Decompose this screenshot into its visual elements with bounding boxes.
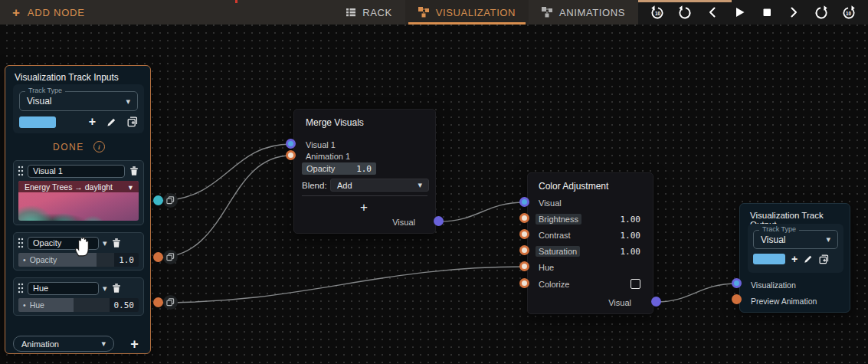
track-type-select[interactable]: Track Type Visual ▾ — [753, 230, 838, 249]
port-hue-output[interactable] — [153, 297, 163, 307]
playhead-marker — [235, 0, 237, 3]
merge-animation-1-input-port[interactable] — [286, 150, 296, 160]
color-swatch[interactable] — [753, 254, 785, 264]
track-type-label: Track Type — [25, 87, 65, 94]
duplicate-color-button[interactable] — [819, 254, 829, 264]
input-label-colorize: Colorize — [539, 280, 569, 289]
rotate-ccw-button[interactable] — [675, 2, 695, 22]
color-swatch[interactable] — [19, 116, 56, 128]
tab-visualization[interactable]: VISUALIZATION — [405, 0, 529, 25]
track-name-input[interactable]: Visual 1 — [28, 165, 125, 178]
visual-preset-select[interactable]: Energy Trees → daylight ▾ — [18, 181, 139, 192]
visual-preset-value: Energy Trees → daylight — [25, 182, 113, 192]
step-forward-button[interactable] — [784, 2, 804, 22]
wire-opacity-to-merge — [159, 156, 291, 257]
input-label-saturation: Saturation — [539, 247, 580, 256]
brightness-value[interactable]: 1.00 — [621, 215, 641, 225]
color-saturation-input-port[interactable] — [519, 245, 529, 255]
duplicate-connection-chip[interactable] — [163, 295, 178, 310]
drag-handle-icon[interactable] — [18, 283, 24, 293]
track-name-input[interactable]: Opacity — [28, 237, 99, 250]
track-name-input[interactable]: Hue — [28, 282, 99, 295]
chevron-down-icon[interactable]: ▾ — [103, 284, 107, 293]
info-icon[interactable]: i — [93, 141, 105, 152]
opacity-value-row[interactable]: Opacity 1.0 — [302, 162, 376, 175]
add-color-button[interactable]: + — [791, 254, 798, 264]
visual-preset-preview[interactable]: Energy Trees → daylight ▾ — [18, 181, 139, 221]
transport-controls: 10 10 — [638, 0, 868, 25]
color-contrast-input-port[interactable] — [519, 229, 529, 239]
blend-value: Add — [337, 181, 352, 190]
contrast-value[interactable]: 1.00 — [621, 231, 641, 241]
colorize-checkbox[interactable] — [631, 279, 640, 289]
node-graph-icon — [418, 7, 430, 18]
output-visualization-input-port[interactable] — [732, 278, 742, 288]
visualization-track-inputs-panel[interactable]: Visualization Track Inputs Track Type Vi… — [5, 65, 151, 354]
output-label-visual: Visual — [392, 218, 415, 227]
tab-rack-label: RACK — [362, 7, 392, 18]
step-back-button[interactable] — [703, 2, 722, 22]
track-type-section: Track Type Visual ▾ + — [13, 84, 144, 133]
duplicate-connection-chip[interactable] — [163, 250, 178, 264]
visualization-track-output-panel[interactable]: Visualization Track Output Track Type Vi… — [739, 203, 850, 313]
merge-visual-output-port[interactable] — [434, 216, 444, 226]
color-colorize-input-port[interactable] — [519, 278, 529, 288]
input-label-visualization: Visualization — [751, 280, 796, 290]
wire-hue-to-color — [159, 267, 525, 303]
output-preview-animation-input-port[interactable] — [732, 294, 742, 304]
rotate-cw-button[interactable] — [811, 2, 831, 22]
add-track-type-select[interactable]: Animation ▾ — [13, 336, 114, 352]
node-canvas[interactable]: Visualization Track Inputs Track Type Vi… — [0, 25, 868, 364]
pencil-icon — [804, 254, 813, 264]
add-track-type-value: Animation — [21, 339, 59, 349]
edit-color-button[interactable] — [804, 254, 813, 264]
done-button[interactable]: DONE — [53, 142, 84, 152]
tab-rack[interactable]: RACK — [332, 0, 405, 25]
toolbar: + ADD NODE RACK VISUALIZATION — [0, 0, 868, 25]
forward-10-button[interactable]: 10 — [838, 2, 858, 22]
track-type-select[interactable]: Track Type Visual ▾ — [19, 91, 138, 111]
drag-handle-icon[interactable] — [18, 166, 24, 176]
merge-visual-1-input-port[interactable] — [286, 139, 296, 149]
color-brightness-input-port[interactable] — [519, 213, 529, 223]
chevron-down-icon[interactable]: ▾ — [103, 238, 107, 248]
replay-10-button[interactable]: 10 — [648, 2, 668, 22]
input-label-hue: Hue — [539, 263, 554, 272]
play-button[interactable] — [729, 2, 749, 22]
color-visual-output-port[interactable] — [651, 297, 661, 307]
wire-visual1-to-merge — [159, 144, 291, 201]
param-value[interactable]: 1.0 — [114, 253, 139, 267]
drag-handle-icon[interactable] — [18, 238, 24, 248]
color-visual-input-port[interactable] — [519, 197, 529, 207]
node-graph-icon — [542, 7, 553, 18]
edit-color-button[interactable] — [106, 117, 116, 127]
tab-animations[interactable]: ANIMATIONS — [529, 0, 638, 25]
param-row-opacity[interactable]: • Opacity 1.0 — [18, 253, 139, 267]
param-row-hue[interactable]: • Hue 0.50 — [18, 298, 139, 312]
add-input-button[interactable]: + — [360, 200, 368, 215]
svg-text:10: 10 — [846, 10, 852, 15]
port-opacity-output[interactable] — [153, 252, 163, 262]
chevron-down-icon: ▾ — [418, 180, 422, 190]
stop-button[interactable] — [757, 2, 777, 22]
color-hue-input-port[interactable] — [519, 261, 529, 271]
add-track-button[interactable]: + — [126, 336, 142, 352]
saturation-value[interactable]: 1.00 — [621, 247, 641, 257]
add-node-label: ADD NODE — [28, 7, 85, 18]
trash-icon[interactable] — [111, 283, 122, 293]
param-value[interactable]: 0.50 — [110, 298, 139, 312]
track-type-value: Visual — [27, 96, 51, 107]
color-adjustment-node[interactable]: Color Adjustment Visual Brightness 1.00 … — [527, 172, 653, 314]
port-visual-1-output[interactable] — [153, 195, 163, 205]
trash-icon[interactable] — [129, 166, 139, 176]
add-color-button[interactable]: + — [89, 116, 96, 128]
merge-visuals-node[interactable]: Merge Visuals Visual 1 Animation 1 Opaci… — [293, 109, 436, 234]
view-tabs: RACK VISUALIZATION ANIMATIONS — [332, 0, 638, 25]
svg-text:10: 10 — [655, 10, 661, 15]
duplicate-color-button[interactable] — [127, 116, 138, 127]
tab-animations-label: ANIMATIONS — [559, 7, 625, 18]
blend-select[interactable]: Add ▾ — [330, 179, 429, 192]
duplicate-connection-chip[interactable] — [163, 193, 178, 208]
add-node-button[interactable]: + ADD NODE — [0, 0, 97, 25]
trash-icon[interactable] — [111, 238, 122, 248]
